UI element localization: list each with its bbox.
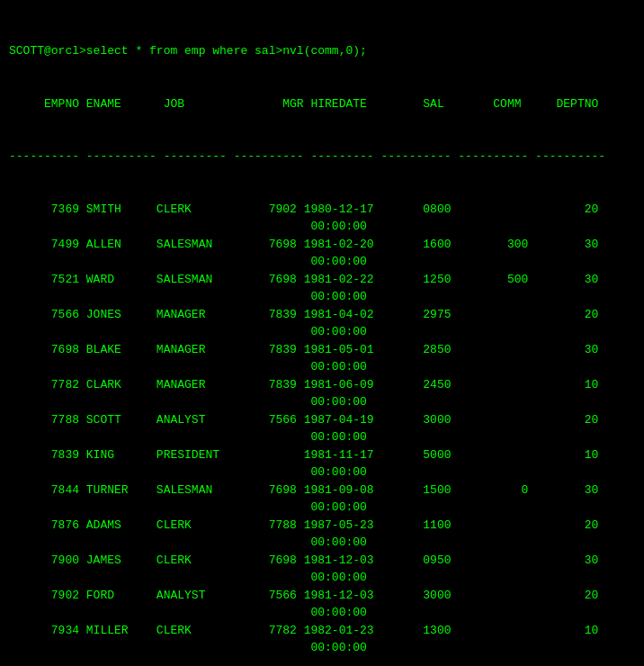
- column-header: EMPNO ENAME JOB MGR HIREDATE SAL COMM DE…: [9, 95, 635, 113]
- table-row: 7698 BLAKE MANAGER 7839 1981-05-01 2850 …: [9, 341, 635, 359]
- table-row: 7876 ADAMS CLERK 7788 1987-05-23 1100 20: [9, 517, 635, 535]
- table-row: 7934 MILLER CLERK 7782 1982-01-23 1300 1…: [9, 622, 635, 640]
- table-row: 7782 CLARK MANAGER 7839 1981-06-09 2450 …: [9, 376, 635, 394]
- table-row: 7844 TURNER SALESMAN 7698 1981-09-08 150…: [9, 482, 635, 500]
- table-row-time: 00:00:00: [9, 464, 635, 482]
- table-row: 7788 SCOTT ANALYST 7566 1987-04-19 3000 …: [9, 411, 635, 429]
- table-row: 7521 WARD SALESMAN 7698 1981-02-22 1250 …: [9, 271, 635, 289]
- table-row-time: 00:00:00: [9, 569, 635, 587]
- table-row-time: 00:00:00: [9, 288, 635, 306]
- table-row-time: 00:00:00: [9, 428, 635, 446]
- table-row-time: 00:00:00: [9, 604, 635, 622]
- table-row-time: 00:00:00: [9, 639, 635, 657]
- table-row: 7902 FORD ANALYST 7566 1981-12-03 3000 2…: [9, 587, 635, 605]
- table-row: 7839 KING PRESIDENT 1981-11-17 5000 10: [9, 446, 635, 464]
- table-row: 7499 ALLEN SALESMAN 7698 1981-02-20 1600…: [9, 236, 635, 254]
- table-row: 7900 JAMES CLERK 7698 1981-12-03 0950 30: [9, 552, 635, 570]
- terminal-window: SCOTT@orcl>select * from emp where sal>n…: [9, 7, 635, 666]
- table-row-time: 00:00:00: [9, 253, 635, 271]
- data-rows: 7369 SMITH CLERK 7902 1980-12-17 0800 20…: [9, 201, 635, 657]
- table-row-time: 00:00:00: [9, 393, 635, 411]
- table-row: 7369 SMITH CLERK 7902 1980-12-17 0800 20: [9, 201, 635, 219]
- table-row-time: 00:00:00: [9, 358, 635, 376]
- table-row-time: 00:00:00: [9, 218, 635, 236]
- table-row: 7566 JONES MANAGER 7839 1981-04-02 2975 …: [9, 306, 635, 324]
- table-row-time: 00:00:00: [9, 534, 635, 552]
- table-row-time: 00:00:00: [9, 323, 635, 341]
- table-row-time: 00:00:00: [9, 499, 635, 517]
- sql-prompt: SCOTT@orcl>select * from emp where sal>n…: [9, 42, 635, 60]
- column-divider: ---------- ---------- --------- --------…: [9, 148, 635, 166]
